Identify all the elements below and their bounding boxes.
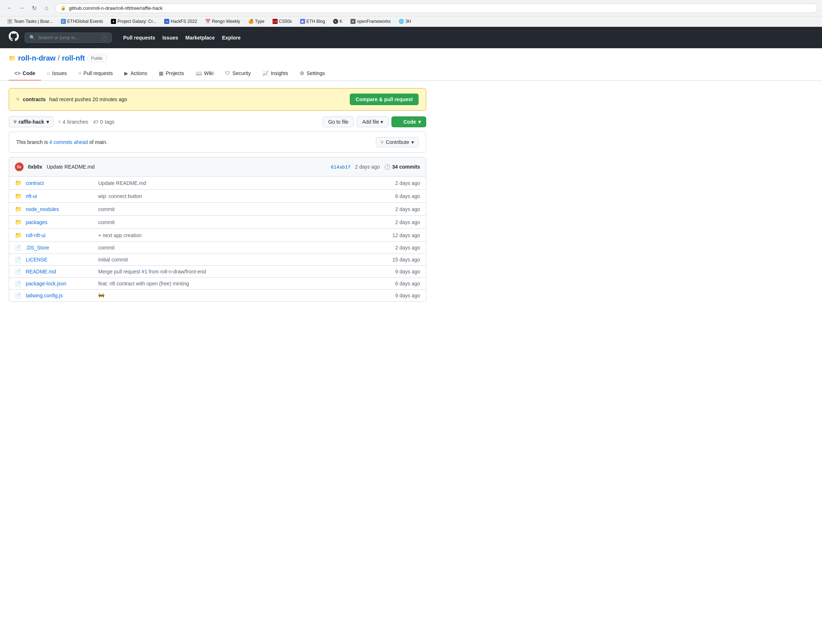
tab-settings-label: Settings: [307, 71, 325, 76]
bookmark-hackfs[interactable]: H HackFS 2022: [161, 18, 200, 25]
file-name-package-lock[interactable]: package-lock.json: [26, 281, 98, 287]
tab-security-label: Security: [232, 71, 251, 76]
file-time-nft-ui: 6 days ago: [377, 193, 420, 199]
file-row: 📁 node_modules commit 2 days ago: [9, 203, 426, 216]
file-row: 📁 contract Update README.md 2 days ago: [9, 176, 426, 190]
folder-icon: 📁: [15, 193, 22, 199]
file-icon: 📄: [15, 257, 22, 262]
push-message: had recent pushes 20 minutes ago: [49, 97, 127, 102]
commits-ahead-text: This branch is 4 commits ahead of main.: [16, 139, 107, 145]
file-name-readme[interactable]: README.md: [26, 269, 98, 274]
search-bar[interactable]: 🔍 Search or jump to... /: [24, 33, 112, 43]
bookmark-type[interactable]: 🍊 Type: [245, 18, 268, 25]
file-time-readme: 9 days ago: [377, 269, 420, 274]
file-icon: 📄: [15, 293, 22, 298]
file-name-roll-nft-ui[interactable]: roll-nft-ui: [26, 232, 98, 238]
tab-actions[interactable]: ▶ Actions: [118, 67, 153, 81]
nav-marketplace[interactable]: Marketplace: [185, 35, 215, 41]
tab-projects[interactable]: ▦ Projects: [153, 67, 190, 81]
back-button[interactable]: ←: [5, 3, 14, 13]
file-time-tailwind: 9 days ago: [377, 293, 420, 298]
current-branch: raffle-hack: [18, 119, 44, 125]
bookmark-k[interactable]: K K: [330, 18, 345, 25]
folder-icon: 📁: [15, 205, 22, 213]
bookmark-eth-blog[interactable]: ◆ ETH Blog: [297, 18, 328, 25]
file-commit-license: Initial commit: [98, 257, 377, 262]
pr-link[interactable]: #1: [142, 269, 147, 274]
bookmark-favicon: 🌐: [399, 19, 404, 24]
tab-insights[interactable]: 📈 Insights: [257, 67, 294, 81]
branch-meta: ⑂ 4 branches 🏷 0 tags: [58, 119, 115, 125]
go-to-file-button[interactable]: Go to file: [323, 117, 354, 127]
nav-pull-requests[interactable]: Pull requests: [123, 35, 155, 41]
breadcrumb: 📁 roll-n-draw / roll-nft Public: [9, 54, 813, 62]
file-name-ds-store[interactable]: .DS_Store: [26, 245, 98, 251]
file-row: 📄 LICENSE Initial commit 15 days ago: [9, 254, 426, 266]
file-commit-nft-ui: wip: connect button: [98, 193, 377, 199]
file-name-packages[interactable]: packages: [26, 219, 98, 225]
branch-selector[interactable]: ⑂ raffle-hack ▾: [9, 117, 54, 127]
refresh-button[interactable]: ↻: [29, 3, 39, 13]
forward-button[interactable]: →: [17, 3, 27, 13]
repo-name[interactable]: roll-nft: [62, 54, 85, 62]
file-name-node-modules[interactable]: node_modules: [26, 206, 98, 212]
commit-author[interactable]: 0xb0x: [28, 164, 43, 170]
file-time-ds-store: 2 days ago: [377, 245, 420, 251]
tab-settings[interactable]: ⚙ Settings: [294, 67, 331, 81]
file-icon: 📄: [15, 245, 22, 251]
repo-owner[interactable]: roll-n-draw: [18, 54, 55, 62]
branch-row: ⑂ raffle-hack ▾ ⑂ 4 branches 🏷 0 tags Go…: [9, 117, 426, 127]
bookmark-3h[interactable]: 🌐 3H: [396, 18, 414, 25]
bookmark-favicon: 📅: [205, 19, 211, 24]
bookmark-label: openFrameworks: [357, 19, 391, 24]
repo-icon: 📁: [9, 55, 16, 61]
file-time-contract: 2 days ago: [377, 180, 420, 186]
bookmark-label: 3H: [406, 19, 411, 24]
file-name-tailwind-config[interactable]: tailwing.config.js: [26, 293, 98, 298]
actions-icon: ▶: [124, 71, 128, 76]
file-commit-roll-nft-ui: + next app creation: [98, 232, 377, 238]
bookmark-cs50x[interactable]: CS CS50x: [269, 18, 295, 25]
push-branch-name: contracts: [23, 97, 46, 102]
tab-wiki-label: Wiki: [204, 71, 213, 76]
file-commit-contract: Update README.md: [98, 180, 377, 186]
nav-explore[interactable]: Explore: [222, 35, 240, 41]
tab-wiki[interactable]: 📖 Wiki: [190, 67, 219, 81]
github-logo[interactable]: [9, 31, 19, 44]
file-row: 📄 package-lock.json feat: nft contract w…: [9, 278, 426, 290]
home-button[interactable]: ⌂: [41, 3, 52, 13]
tab-issues[interactable]: ○ Issues: [41, 67, 72, 81]
bookmark-project-galaxy[interactable]: ● Project Galaxy: Cr...: [108, 18, 159, 25]
commit-hash[interactable]: 614ab1f: [331, 164, 351, 170]
tags-link[interactable]: 🏷 0 tags: [93, 119, 114, 125]
bookmark-favicon: E: [61, 19, 66, 24]
contribute-label: Contribute: [386, 139, 409, 145]
code-button[interactable]: Code ▾: [392, 117, 426, 127]
tab-projects-label: Projects: [165, 71, 184, 76]
nav-issues[interactable]: Issues: [162, 35, 178, 41]
contribute-button[interactable]: ⑂ Contribute ▾: [376, 137, 419, 147]
commits-ahead-link[interactable]: 4 commits ahead: [49, 139, 88, 145]
main-content: ⑂ contracts had recent pushes 20 minutes…: [0, 81, 435, 309]
file-name-contract[interactable]: contract: [26, 180, 98, 186]
branches-link[interactable]: ⑂ 4 branches: [58, 119, 88, 125]
tab-pull-requests[interactable]: ⑂ Pull requests: [72, 67, 118, 81]
wiki-icon: 📖: [196, 71, 202, 76]
tab-code[interactable]: <> Code: [9, 67, 41, 81]
code-icon: <>: [14, 71, 20, 76]
bookmark-favicon: H: [164, 19, 169, 24]
file-name-nft-ui[interactable]: nft-ui: [26, 193, 98, 199]
address-bar[interactable]: 🔒 github.com/roll-n-draw/roll-nft/tree/r…: [55, 3, 817, 13]
compare-pull-request-button[interactable]: Compare & pull request: [350, 94, 419, 105]
bookmark-label: Team Tasks | Boar...: [14, 19, 53, 24]
file-name-license[interactable]: LICENSE: [26, 257, 98, 262]
bookmark-ethglobal[interactable]: E ETHGlobal Events: [58, 18, 106, 25]
bookmark-team-tasks[interactable]: T Team Tasks | Boar...: [5, 18, 56, 25]
bookmarks-bar: T Team Tasks | Boar... E ETHGlobal Event…: [0, 16, 822, 27]
bookmark-openframeworks[interactable]: ● openFrameworks: [347, 18, 393, 25]
file-time-roll-nft-ui: 12 days ago: [377, 232, 420, 238]
add-file-button[interactable]: Add file ▾: [357, 117, 389, 127]
file-time-package-lock: 6 days ago: [377, 281, 420, 287]
tab-security[interactable]: 🛡 Security: [219, 67, 257, 81]
bookmark-rengo[interactable]: 📅 Rengo Weekly: [202, 18, 243, 25]
